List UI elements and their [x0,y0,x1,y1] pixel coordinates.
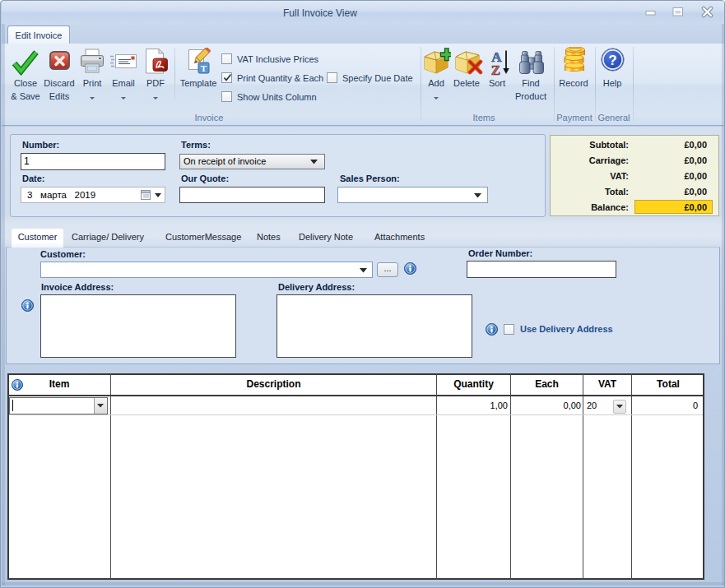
svg-text:?: ? [608,53,616,68]
svg-text:T: T [201,63,207,73]
svg-text:Z: Z [491,63,500,76]
